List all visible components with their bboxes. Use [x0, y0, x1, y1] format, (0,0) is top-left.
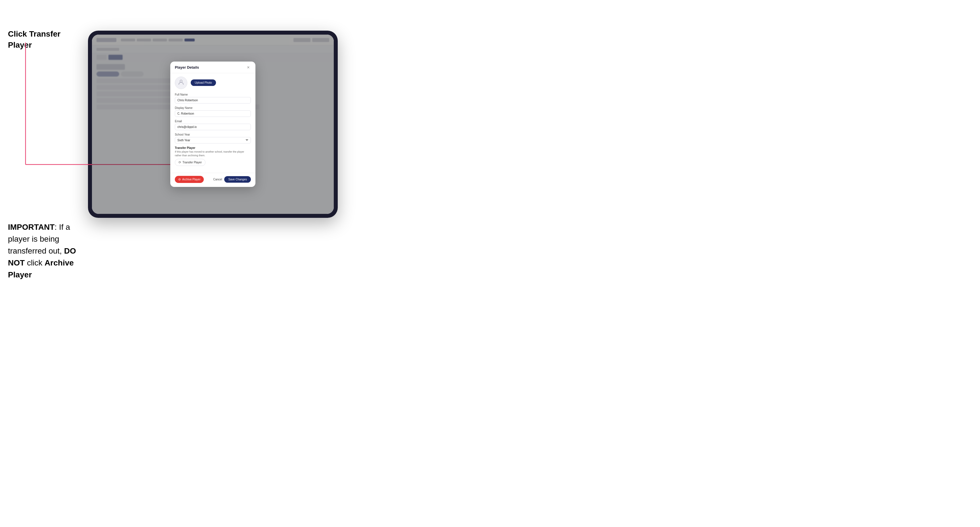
transfer-btn-label: Transfer Player: [183, 161, 202, 164]
transfer-description: If this player has moved to another scho…: [175, 150, 251, 157]
important-suffix: click: [25, 259, 45, 267]
archive-player-button[interactable]: ⊘ Archive Player: [175, 176, 204, 183]
transfer-player-button[interactable]: ⟳ Transfer Player: [175, 159, 205, 166]
avatar-row: Upload Photo: [175, 76, 251, 89]
instruction-area: Click Transfer Player: [8, 29, 84, 68]
full-name-label: Full Name: [175, 93, 251, 96]
important-note: IMPORTANT: If a player is being transfer…: [8, 221, 84, 281]
email-group: Email: [175, 120, 251, 130]
email-input[interactable]: [175, 124, 251, 130]
instruction-click: Click Transfer Player: [8, 29, 84, 51]
school-year-label: School Year: [175, 133, 251, 136]
modal-footer: ⊘ Archive Player Cancel Save Changes: [170, 173, 255, 187]
school-year-select[interactable]: First Year Second Year Third Year Fourth…: [175, 137, 251, 143]
person-icon: [178, 79, 184, 87]
display-name-input[interactable]: [175, 110, 251, 117]
player-details-modal: Player Details ×: [170, 62, 255, 187]
svg-point-3: [180, 80, 182, 82]
archive-btn-label: Archive Player: [182, 178, 200, 181]
close-icon: ×: [247, 65, 250, 70]
modal-title: Player Details: [175, 65, 199, 70]
save-changes-button[interactable]: Save Changes: [224, 176, 251, 183]
modal-overlay: Player Details ×: [92, 35, 334, 214]
modal-close-button[interactable]: ×: [246, 65, 251, 70]
full-name-group: Full Name: [175, 93, 251, 103]
important-bold: IMPORTANT: [8, 223, 54, 232]
avatar-circle: [175, 76, 187, 89]
tablet-device: Player Details ×: [88, 31, 338, 218]
important-text: IMPORTANT: If a player is being transfer…: [8, 221, 84, 281]
transfer-title: Transfer Player: [175, 146, 251, 149]
display-name-group: Display Name: [175, 106, 251, 117]
modal-header: Player Details ×: [170, 62, 255, 73]
email-label: Email: [175, 120, 251, 123]
transfer-section: Transfer Player If this player has moved…: [175, 146, 251, 166]
display-name-label: Display Name: [175, 106, 251, 110]
upload-photo-button[interactable]: Upload Photo: [191, 79, 216, 86]
modal-body: Upload Photo Full Name Display Name: [170, 73, 255, 173]
transfer-icon: ⟳: [178, 160, 181, 164]
full-name-input[interactable]: [175, 97, 251, 103]
archive-icon: ⊘: [178, 178, 181, 181]
instruction-click-prefix: Click: [8, 30, 29, 38]
school-year-group: School Year First Year Second Year Third…: [175, 133, 251, 143]
tablet-screen: Player Details ×: [92, 35, 334, 214]
cancel-button[interactable]: Cancel: [213, 178, 222, 181]
